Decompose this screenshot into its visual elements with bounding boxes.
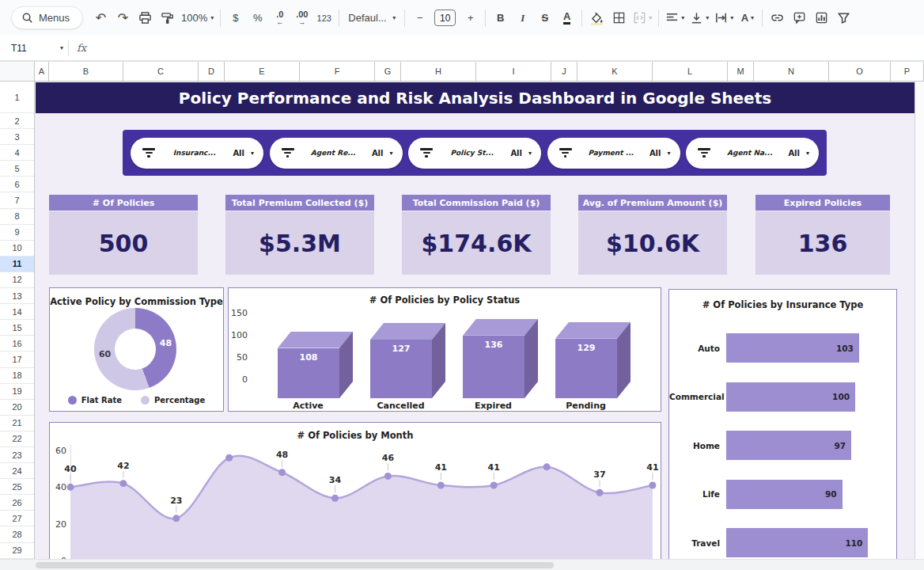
filter-slicer[interactable]: Agent Re...All▾ [270, 138, 403, 169]
point-label: 41 [488, 462, 500, 473]
column-header-I[interactable]: I [476, 62, 551, 81]
row-header-27[interactable]: 27 [0, 511, 34, 526]
row-header-22[interactable]: 22 [0, 431, 34, 447]
column-header-F[interactable]: F [300, 62, 375, 81]
row-header-9[interactable]: 9 [0, 225, 34, 241]
row-header-7[interactable]: 7 [0, 192, 34, 208]
row-header-29[interactable]: 29 [0, 543, 34, 559]
row-header-8[interactable]: 8 [0, 209, 34, 225]
data-point [384, 473, 392, 480]
redo-button[interactable]: ↷ [112, 7, 134, 29]
increase-decimal-button[interactable]: .00→ [291, 7, 312, 29]
row-header-6[interactable]: 6 [0, 177, 34, 192]
print-button[interactable] [134, 7, 156, 29]
kpi-card: Total Premium Collected ($)$5.3M [225, 195, 374, 275]
menus-search[interactable]: Menus [11, 6, 83, 29]
filter-value: All [233, 149, 244, 158]
filter-bar: Insuranc...All▾Agent Re...All▾Policy St.… [123, 130, 827, 176]
row-header-16[interactable]: 16 [0, 336, 34, 352]
row-header-24[interactable]: 24 [0, 463, 34, 479]
row-header-11[interactable]: 11 [0, 256, 34, 272]
column-header-H[interactable]: H [401, 62, 476, 81]
row-header-14[interactable]: 14 [0, 304, 34, 320]
row-header-21[interactable]: 21 [0, 416, 34, 431]
column-header-K[interactable]: K [578, 62, 653, 81]
insert-comment-button[interactable] [789, 7, 810, 29]
paint-format-button[interactable] [157, 7, 178, 29]
chart-commission-type[interactable]: Active Policy by Commission Type4860Flat… [49, 287, 224, 412]
row-header-18[interactable]: 18 [0, 368, 34, 384]
vertical-align-button[interactable]: ▾ [687, 7, 711, 29]
point-label: 41 [435, 462, 447, 473]
font-family-control[interactable]: Defaul... ▾ [343, 7, 400, 29]
row-header-13[interactable]: 13 [0, 288, 34, 304]
paint-roller-icon [161, 11, 174, 25]
italic-button[interactable]: I [512, 7, 533, 29]
divider [762, 10, 763, 27]
borders-button[interactable] [608, 7, 630, 29]
column-header-A[interactable]: A [35, 62, 49, 81]
column-header-L[interactable]: L [653, 62, 728, 81]
column-header-G[interactable]: G [375, 62, 401, 81]
insert-link-button[interactable] [767, 7, 788, 29]
row-header-17[interactable]: 17 [0, 352, 34, 367]
spreadsheet-canvas[interactable]: Policy Performance and Risk Analysis Das… [35, 82, 924, 559]
row-header-15[interactable]: 15 [0, 320, 34, 336]
row-header-12[interactable]: 12 [0, 272, 34, 288]
font-size-input[interactable]: 10 [434, 10, 456, 26]
filter-slicer[interactable]: Policy St...All▾ [408, 138, 541, 169]
more-formats-button[interactable]: 123 [313, 7, 335, 29]
column-header-N[interactable]: N [754, 62, 829, 81]
row-header-28[interactable]: 28 [0, 526, 34, 542]
filter-slicer[interactable]: Agent Na...All▾ [686, 138, 819, 169]
column-header-D[interactable]: D [199, 62, 225, 81]
filter-slicer[interactable]: Payment ...All▾ [547, 138, 680, 169]
row-header-26[interactable]: 26 [0, 495, 34, 511]
row-header-4[interactable]: 4 [0, 145, 34, 161]
row-header-1[interactable]: 1 [0, 82, 34, 113]
undo-button[interactable]: ↶ [90, 7, 112, 29]
select-all-corner[interactable] [0, 61, 35, 82]
merge-cells-button[interactable]: ▾ [631, 7, 654, 29]
chevron-down-icon: ▾ [806, 150, 809, 157]
row-header-19[interactable]: 19 [0, 384, 34, 400]
chart-policies-by-month[interactable]: # Of Policies by Month020406040422348344… [49, 422, 661, 559]
fill-color-button[interactable] [586, 7, 608, 29]
row-header-3[interactable]: 3 [0, 129, 34, 145]
decrease-decimal-button[interactable]: .0← [269, 7, 290, 29]
format-percent-button[interactable]: % [247, 7, 268, 29]
slice-value: 48 [157, 338, 173, 348]
row-header-5[interactable]: 5 [0, 161, 34, 177]
decrease-font-size-button[interactable]: − [409, 7, 430, 29]
name-box[interactable]: T11 ▾ [0, 43, 63, 54]
zoom-control[interactable]: 100% ▾ [179, 7, 216, 29]
text-wrap-button[interactable]: ▾ [712, 7, 736, 29]
column-header-J[interactable]: J [551, 62, 578, 81]
strikethrough-button[interactable]: S [534, 7, 555, 29]
row-header-25[interactable]: 25 [0, 479, 34, 495]
increase-font-size-button[interactable]: + [460, 7, 481, 29]
row-header-23[interactable]: 23 [0, 447, 34, 463]
create-filter-button[interactable] [833, 7, 854, 29]
column-header-B[interactable]: B [49, 62, 123, 81]
column-header-O[interactable]: O [829, 62, 891, 81]
text-color-button[interactable]: A [556, 7, 578, 29]
text-rotation-button[interactable]: A ▾ [737, 7, 758, 29]
filter-slicer[interactable]: Insuranc...All▾ [131, 138, 263, 169]
insert-chart-button[interactable] [811, 7, 832, 29]
data-point [543, 463, 551, 470]
row-header-20[interactable]: 20 [0, 400, 34, 416]
row-header-2[interactable]: 2 [0, 113, 34, 129]
chart-insurance-type[interactable]: # Of Policies by Insurance TypeAuto103Co… [668, 289, 897, 559]
format-currency-button[interactable]: $ [225, 7, 246, 29]
row-header-10[interactable]: 10 [0, 241, 34, 256]
column-header-C[interactable]: C [123, 62, 199, 81]
fx-icon: fx [77, 42, 86, 54]
horizontal-align-button[interactable]: ▾ [663, 7, 687, 29]
bold-button[interactable]: B [490, 7, 511, 29]
scrollbar-thumb[interactable] [36, 562, 554, 568]
column-header-E[interactable]: E [225, 62, 300, 81]
column-header-P[interactable]: P [891, 62, 924, 81]
column-header-M[interactable]: M [728, 62, 754, 81]
chart-policy-status[interactable]: # Of Policies by Policy Status1501005001… [228, 287, 661, 412]
